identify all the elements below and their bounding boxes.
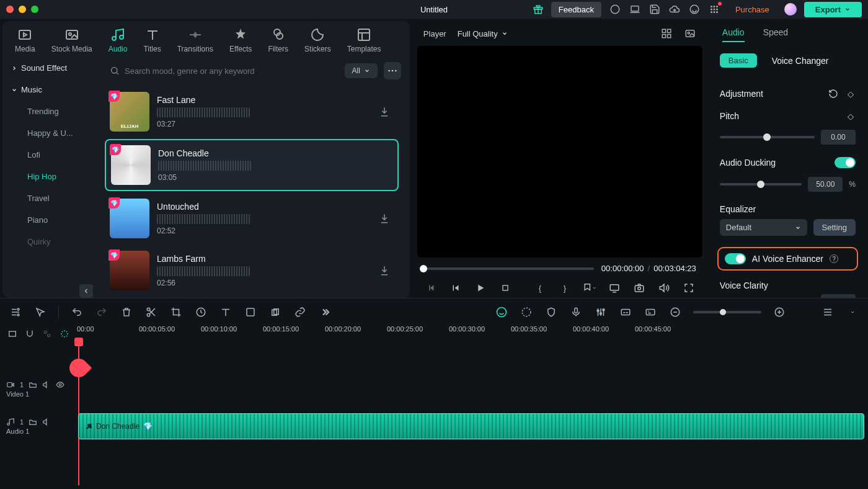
tl-snap-icon[interactable]: [24, 327, 36, 341]
tab-templates[interactable]: Templates: [347, 27, 381, 53]
reset-adjustment-icon[interactable]: [828, 89, 838, 99]
ai-enhancer-toggle[interactable]: [725, 253, 746, 264]
download-icon[interactable]: [375, 209, 394, 228]
tab-media[interactable]: Media: [15, 27, 35, 53]
sidebar-item-travel[interactable]: Travel: [2, 187, 99, 209]
apps-icon[interactable]: [708, 3, 720, 16]
speed-icon[interactable]: [194, 305, 208, 319]
user-avatar[interactable]: [784, 3, 797, 16]
preview-canvas[interactable]: [417, 46, 702, 258]
tab-stock-media[interactable]: Stock Media: [51, 27, 92, 53]
maximize-window[interactable]: [31, 6, 38, 13]
step-back-button[interactable]: [448, 280, 463, 295]
support-icon[interactable]: [688, 3, 701, 16]
download-icon[interactable]: [375, 261, 394, 280]
split-icon[interactable]: [144, 305, 158, 319]
track-row[interactable]: 💎 Lambs Farm 02:56: [105, 246, 399, 295]
stack-icon[interactable]: [268, 305, 282, 319]
track-options-icon[interactable]: [846, 305, 859, 319]
sidebar-item-hiphop[interactable]: Hip Hop: [2, 166, 99, 187]
sidebar-item-quirky[interactable]: Quirky: [2, 231, 99, 253]
ducking-toggle[interactable]: [835, 157, 856, 168]
volume-button[interactable]: [657, 280, 671, 295]
track-row[interactable]: 💎 Don Cheadle 03:05: [105, 139, 399, 191]
tl-auto-icon[interactable]: [58, 327, 71, 341]
caption-icon[interactable]: [644, 305, 657, 319]
inspector-tab-audio[interactable]: Audio: [722, 27, 745, 42]
fullscreen-button[interactable]: [681, 280, 696, 295]
shield-icon[interactable]: [544, 305, 558, 319]
pitch-slider[interactable]: [720, 136, 815, 138]
scrub-handle[interactable]: [420, 265, 427, 272]
search-field[interactable]: [107, 62, 339, 79]
help-icon[interactable]: ?: [830, 254, 838, 263]
keyframe-icon[interactable]: ◇: [846, 89, 856, 99]
undo-icon[interactable]: [70, 305, 84, 319]
download-icon[interactable]: [375, 102, 394, 121]
cloud-icon[interactable]: [668, 3, 681, 16]
sidebar-item-trending[interactable]: Trending: [2, 101, 99, 122]
sidebar-item-happy[interactable]: Happy & U...: [2, 122, 99, 144]
delete-icon[interactable]: [120, 305, 133, 319]
crop-icon[interactable]: [169, 305, 183, 319]
zoom-in-icon[interactable]: [773, 305, 786, 319]
tab-effects[interactable]: Effects: [229, 27, 252, 53]
sidebar-item-piano[interactable]: Piano: [2, 209, 99, 231]
tl-fit-icon[interactable]: [6, 327, 19, 341]
equalizer-preset[interactable]: Default: [720, 219, 807, 236]
zoom-handle[interactable]: [720, 309, 726, 315]
folder-icon[interactable]: [29, 418, 37, 426]
display-button[interactable]: [607, 280, 622, 295]
more-tools-icon[interactable]: [318, 305, 332, 319]
feedback-button[interactable]: Feedback: [551, 2, 601, 17]
subtitle-icon[interactable]: [619, 305, 632, 319]
zoom-slider[interactable]: [693, 311, 761, 313]
tab-titles[interactable]: Titles: [143, 27, 161, 53]
clarity-value[interactable]: 80: [821, 294, 856, 298]
scrub-bar[interactable]: [423, 267, 594, 270]
subtab-voice-changer[interactable]: Voice Changer: [772, 56, 829, 66]
more-options[interactable]: [384, 62, 401, 79]
frame-icon[interactable]: [244, 305, 257, 319]
inspector-tab-speed[interactable]: Speed: [763, 27, 788, 42]
track-row[interactable]: 💎 ELIJAH Fast Lane 03:27: [105, 87, 399, 137]
ducking-slider[interactable]: [720, 183, 802, 186]
sidebar-item-lofi[interactable]: Lofi: [2, 144, 99, 166]
stop-button[interactable]: [498, 280, 513, 295]
quality-select[interactable]: Full Quality: [458, 29, 508, 38]
eye-icon[interactable]: [56, 380, 64, 389]
tab-stickers[interactable]: Stickers: [304, 27, 331, 53]
save-icon[interactable]: [649, 3, 661, 16]
mixer-icon[interactable]: [594, 305, 608, 319]
ducking-value[interactable]: 50.00: [808, 177, 843, 192]
mute-icon[interactable]: [42, 418, 51, 426]
tl-link-icon[interactable]: [41, 327, 53, 341]
mark-out-button[interactable]: }: [557, 280, 572, 295]
ducking-handle[interactable]: [757, 181, 764, 188]
tool-adjust-icon[interactable]: [9, 305, 22, 319]
filter-all[interactable]: All: [345, 63, 378, 78]
mark-in-button[interactable]: {: [533, 280, 547, 295]
play-button[interactable]: [473, 280, 488, 295]
track-row[interactable]: 💎 Untouched 02:52: [105, 194, 399, 243]
purchase-button[interactable]: Purchase: [728, 2, 777, 17]
sidebar-group-sound-effect[interactable]: Sound Effect: [2, 57, 99, 79]
tab-audio[interactable]: Audio: [108, 27, 128, 53]
zoom-out-icon[interactable]: [668, 305, 682, 319]
minimize-window[interactable]: [19, 6, 26, 13]
prev-clip-button[interactable]: [423, 280, 438, 295]
tool-select-icon[interactable]: [33, 305, 47, 319]
equalizer-setting-button[interactable]: Setting: [813, 219, 856, 236]
sidebar-group-music[interactable]: Music: [2, 79, 99, 101]
smiley-icon[interactable]: [495, 305, 508, 319]
subtab-basic[interactable]: Basic: [720, 53, 757, 68]
export-button[interactable]: Export: [804, 2, 862, 17]
search-input[interactable]: [125, 66, 336, 76]
tab-filters[interactable]: Filters: [268, 27, 288, 53]
pitch-handle[interactable]: [763, 133, 771, 141]
tab-transitions[interactable]: Transitions: [177, 27, 213, 53]
collapse-sidebar-button[interactable]: [79, 284, 93, 298]
text-icon[interactable]: [219, 305, 232, 319]
timeline-audio-clip[interactable]: Don Cheadle 💎: [78, 413, 864, 439]
track-height-icon[interactable]: [821, 305, 835, 319]
